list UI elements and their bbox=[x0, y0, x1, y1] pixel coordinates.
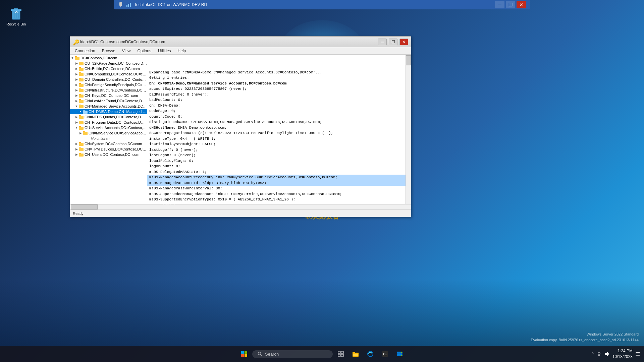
tree-item-label: CN=DMSA-Demo,CN=Managed Service A... bbox=[89, 110, 147, 114]
svg-rect-34 bbox=[79, 116, 84, 119]
taskbar-right: ^ 1:24 PM 10/18/2023 ☰ bbox=[592, 348, 640, 360]
menu-item-options[interactable]: Options bbox=[134, 48, 155, 54]
search-icon bbox=[258, 352, 262, 356]
network-icon[interactable] bbox=[596, 351, 602, 357]
detail-panel[interactable]: ----------Expanding base 'CN=DMSA-Demo,C… bbox=[147, 55, 406, 204]
detail-line: lastLogon: 0 (never); bbox=[149, 153, 404, 158]
tree-item-label: CN=Program Data,DC=Contoso,DC=com bbox=[85, 120, 147, 124]
detail-line: Getting 1 entries: bbox=[149, 75, 404, 81]
tree-item[interactable]: ▶CN=Infrastructure,DC=Contoso,DC=com bbox=[70, 87, 147, 93]
tree-item-label: CN=TPM Devices,DC=Contoso,DC=com bbox=[85, 147, 147, 151]
window-maximize-button[interactable]: ☐ bbox=[389, 39, 397, 45]
tree-item[interactable]: ▼CN=Managed Service Accounts,DC=Contoso,… bbox=[70, 104, 147, 109]
clock-date: 10/18/2023 bbox=[612, 354, 633, 360]
notification-button[interactable]: ☰ bbox=[635, 351, 640, 357]
tree-item[interactable]: No children bbox=[70, 136, 147, 141]
svg-rect-49 bbox=[241, 354, 244, 357]
svg-rect-50 bbox=[245, 354, 247, 357]
menu-bar: ConnectionBrowseViewOptionsUtilitiesHelp bbox=[70, 47, 411, 55]
remote-minimize-button[interactable]: ─ bbox=[495, 1, 504, 8]
detail-line: Expanding base 'CN=DMSA-Demo,CN=Managed … bbox=[149, 70, 404, 75]
adsi-window: 🔑 ldap://DC1.Contoso.com/DC=Contoso,DC=c… bbox=[70, 36, 411, 217]
tree-item[interactable]: ▶CN=Keys,DC=Contoso,DC=com bbox=[70, 93, 147, 98]
remote-maximize-button[interactable]: ☐ bbox=[506, 1, 515, 8]
tree-item[interactable]: ▶CN=Computers,DC=Contoso,DC=com bbox=[70, 71, 147, 77]
svg-marker-69 bbox=[605, 352, 608, 356]
server-manager-button[interactable] bbox=[393, 347, 407, 361]
file-explorer-button[interactable] bbox=[349, 347, 362, 361]
menu-item-connection[interactable]: Connection bbox=[71, 48, 99, 54]
tree-item[interactable]: ▼OU=ServiceAccounts,DC=Contoso,DC=com bbox=[70, 125, 147, 130]
edge-button[interactable] bbox=[364, 347, 377, 361]
clock-time: 1:24 PM bbox=[612, 348, 633, 354]
recycle-bin[interactable]: Recycle Bin bbox=[6, 6, 26, 26]
tree-item[interactable]: ▶CN=Users,DC=Contoso,DC=com bbox=[70, 152, 147, 157]
remote-close-button[interactable]: ✕ bbox=[517, 1, 526, 8]
recycle-bin-icon bbox=[9, 6, 23, 21]
svg-rect-10 bbox=[130, 3, 131, 7]
svg-rect-62 bbox=[397, 352, 402, 354]
detail-line: msDS-ManagedPasswordInterval: 30; bbox=[149, 186, 404, 191]
chevron-up-icon[interactable]: ^ bbox=[592, 352, 594, 356]
svg-rect-22 bbox=[79, 84, 84, 87]
svg-rect-9 bbox=[128, 4, 129, 7]
tree-item[interactable]: ▶OU=32KPageDemo,DC=Contoso,DC=com bbox=[70, 61, 147, 66]
svg-rect-54 bbox=[341, 351, 343, 354]
tree-item[interactable]: ▼DC=Contoso,DC=com bbox=[70, 55, 147, 61]
tree-item-label: CN=Infrastructure,DC=Contoso,DC=com bbox=[85, 88, 147, 92]
vertical-scrollbar[interactable] bbox=[406, 55, 411, 204]
detail-line: msDS-SupersededManagedAccountLinkBL: CN=… bbox=[149, 191, 404, 197]
detail-line: isCriticalSystemObject: FALSE; bbox=[149, 141, 404, 147]
status-text: Ready bbox=[73, 212, 84, 216]
eval-line1: Windows Server 2022 Standard bbox=[531, 331, 639, 338]
window-minimize-button[interactable]: ─ bbox=[378, 39, 387, 45]
search-bar[interactable]: Search bbox=[252, 350, 333, 358]
menu-item-help[interactable]: Help bbox=[174, 48, 190, 54]
tree-item-label: CN=NTDS Quotas,DC=Contoso,DC=com bbox=[85, 115, 147, 119]
menu-item-browse[interactable]: Browse bbox=[99, 48, 119, 54]
tree-item[interactable]: ▶OU=Domain Controllers,DC=Contoso,DC=com bbox=[70, 77, 147, 82]
tree-item[interactable]: ▶CN=Builtin,DC=Contoso,DC=com bbox=[70, 66, 147, 71]
svg-rect-2 bbox=[14, 8, 18, 9]
tree-item[interactable]: ●CN=DMSA-Demo,CN=Managed Service A... bbox=[70, 109, 147, 114]
svg-rect-53 bbox=[338, 351, 340, 354]
svg-rect-66 bbox=[598, 353, 600, 354]
svg-rect-36 bbox=[79, 121, 84, 124]
detail-line: badPasswordTime: 0 (never); bbox=[149, 92, 404, 98]
svg-rect-44 bbox=[79, 148, 84, 151]
tree-panel[interactable]: ▼DC=Contoso,DC=com▶OU=32KPageDemo,DC=Con… bbox=[70, 55, 147, 204]
svg-rect-20 bbox=[79, 78, 84, 81]
menu-item-view[interactable]: View bbox=[119, 48, 134, 54]
svg-point-64 bbox=[401, 352, 402, 353]
tree-item[interactable]: ▶CN=System,DC=Contoso,DC=com bbox=[70, 141, 147, 146]
start-button[interactable] bbox=[237, 347, 251, 361]
svg-rect-28 bbox=[79, 100, 84, 103]
eval-line2: Evaluation copy. Build 25976.rs_onecore_… bbox=[531, 337, 639, 343]
detail-line: dSCorePropagationData (2): 10/18/2023 1:… bbox=[149, 130, 404, 136]
window-titlebar: 🔑 ldap://DC1.Contoso.com/DC=Contoso,DC=c… bbox=[70, 37, 411, 47]
speaker-icon[interactable] bbox=[604, 351, 610, 357]
terminal-button[interactable] bbox=[378, 347, 392, 361]
tree-item[interactable]: ▶CN=Program Data,DC=Contoso,DC=com bbox=[70, 120, 147, 125]
svg-rect-14 bbox=[79, 62, 84, 65]
remote-bar-controls: ─ ☐ ✕ bbox=[495, 1, 526, 8]
task-view-button[interactable] bbox=[334, 347, 347, 361]
tree-item[interactable]: ▶CN=MyService,OU=ServiceAccounts,DC=Co..… bbox=[70, 130, 147, 136]
svg-line-52 bbox=[261, 355, 262, 356]
tree-item[interactable]: ▶CN=TPM Devices,DC=Contoso,DC=com bbox=[70, 146, 147, 152]
tray-icons: ^ 1:24 PM 10/18/2023 ☰ bbox=[592, 348, 640, 360]
window-app-icon: 🔑 bbox=[73, 39, 78, 45]
detail-line: localPolicyFlags: 0; bbox=[149, 158, 404, 164]
taskbar-center: Search bbox=[237, 347, 407, 361]
menu-item-utilities[interactable]: Utilities bbox=[155, 48, 174, 54]
svg-rect-40 bbox=[83, 132, 88, 135]
horizontal-scrollbar[interactable] bbox=[70, 204, 411, 209]
tree-item[interactable]: ▶CN=ForeignSecurityPrincipals,DC=C... bbox=[70, 82, 147, 87]
tree-item[interactable]: ▶CN=NTDS Quotas,DC=Contoso,DC=com bbox=[70, 114, 147, 120]
system-clock[interactable]: 1:24 PM 10/18/2023 bbox=[612, 348, 633, 360]
window-close-button[interactable]: ✕ bbox=[399, 39, 408, 45]
svg-rect-16 bbox=[79, 68, 84, 71]
detail-line: msDS-DelegatedMSAState: 1; bbox=[149, 169, 404, 175]
tree-item[interactable]: ▶CN=LostAndFound,DC=Contoso,DC=com bbox=[70, 98, 147, 104]
chart-icon bbox=[126, 2, 131, 7]
